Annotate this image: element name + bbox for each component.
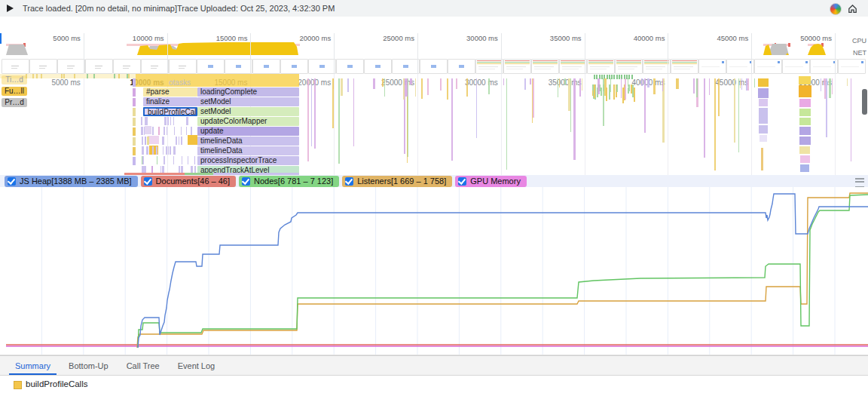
flame-event[interactable]: timelineData xyxy=(197,146,299,155)
tab-call-tree[interactable]: Call Tree xyxy=(118,356,169,375)
flame-event[interactable]: processInspectorTrace xyxy=(197,156,299,165)
flame-block[interactable] xyxy=(759,99,768,106)
screenshot-thumbnail[interactable] xyxy=(336,59,364,74)
screenshot-thumbnail[interactable] xyxy=(726,59,754,74)
flame-block[interactable] xyxy=(799,146,810,154)
screenshot-thumbnail[interactable] xyxy=(810,59,838,74)
overview-tick-label: 15000 ms xyxy=(194,34,247,42)
screenshot-thumbnail[interactable] xyxy=(2,59,29,74)
track-chip[interactable]: Ti…d xyxy=(2,75,27,84)
home-icon[interactable] xyxy=(847,3,858,14)
screenshot-thumbnail[interactable] xyxy=(838,59,866,74)
screenshot-thumbnail[interactable] xyxy=(29,59,57,74)
memory-legend-chip[interactable]: Documents[46 – 46] xyxy=(141,176,236,187)
screenshot-thumbnail[interactable] xyxy=(280,59,308,74)
decor xyxy=(701,66,720,67)
memory-legend-chip[interactable]: GPU Memory xyxy=(455,176,527,187)
flame-sliver xyxy=(625,78,626,100)
screenshot-thumbnail[interactable] xyxy=(671,59,698,74)
screenshot-thumbnail[interactable] xyxy=(531,59,559,74)
decor xyxy=(179,66,186,66)
flame-block[interactable] xyxy=(799,127,811,135)
screenshot-thumbnail[interactable] xyxy=(57,59,85,74)
flame-block[interactable] xyxy=(799,137,811,145)
screenshot-thumbnail[interactable] xyxy=(643,59,671,74)
screenshot-thumbnail[interactable] xyxy=(698,59,726,74)
flame-event[interactable]: finalize xyxy=(143,97,197,106)
flame-block[interactable] xyxy=(799,109,811,116)
legend-checkbox[interactable] xyxy=(242,177,250,186)
screenshot-thumbnail[interactable] xyxy=(559,59,587,74)
tab-summary[interactable]: Summary xyxy=(6,356,60,375)
flame-chart[interactable]: 5000 ms10000 ms15000 ms20000 ms25000 ms3… xyxy=(0,74,868,175)
screenshot-thumbnail[interactable] xyxy=(503,59,531,74)
screenshot-thumbnail[interactable] xyxy=(169,59,197,74)
flame-sliver xyxy=(382,78,384,87)
memory-legend-chip[interactable]: Listeners[1 669 – 1 758] xyxy=(342,176,452,187)
flame-event[interactable]: setModel xyxy=(197,107,299,116)
screenshot-thumbnail[interactable] xyxy=(308,59,336,74)
flame-event[interactable]: buildProfileCalls xyxy=(143,107,197,116)
flame-sliver xyxy=(194,156,195,164)
legend-checkbox[interactable] xyxy=(458,177,466,186)
legend-checkbox[interactable] xyxy=(8,177,16,186)
flame-tick-mark xyxy=(631,75,633,79)
flame-event[interactable]: setModel xyxy=(197,97,299,106)
flame-block[interactable] xyxy=(760,135,767,142)
flame-block[interactable] xyxy=(761,148,763,170)
screenshot-thumbnail[interactable] xyxy=(475,59,503,74)
screenshot-thumbnail[interactable] xyxy=(225,59,252,74)
flame-event[interactable]: update xyxy=(197,127,299,136)
flame-sliver xyxy=(179,137,179,145)
flame-sliver xyxy=(604,78,607,96)
flame-block[interactable] xyxy=(800,164,809,172)
flame-event[interactable]: timelineData xyxy=(197,137,299,146)
avatar[interactable] xyxy=(830,3,842,15)
screenshot-thumbnail[interactable] xyxy=(252,59,280,74)
flame-block[interactable] xyxy=(799,118,811,125)
play-icon[interactable] xyxy=(7,5,14,12)
flame-block[interactable] xyxy=(758,78,769,87)
flame-event[interactable]: updateColorMapper xyxy=(197,117,299,126)
legend-checkbox[interactable] xyxy=(345,177,353,186)
scrollbar-thumb[interactable] xyxy=(862,89,867,115)
screenshot-thumbnail[interactable] xyxy=(782,59,810,74)
tab-event-log[interactable]: Event Log xyxy=(169,356,225,375)
screenshot-thumbnail[interactable] xyxy=(113,59,141,74)
flame-block[interactable] xyxy=(759,125,768,134)
memory-chart[interactable] xyxy=(0,187,868,355)
flame-block[interactable] xyxy=(145,126,151,134)
flame-block[interactable] xyxy=(148,136,159,144)
flame-block[interactable] xyxy=(799,99,811,107)
memory-legend-chip[interactable]: Nodes[6 781 – 7 123] xyxy=(239,176,339,187)
flame-tick-mark xyxy=(607,75,608,79)
screenshot-thumbnail[interactable] xyxy=(587,59,615,74)
memory-legend-chip[interactable]: JS Heap[1388 MB – 2385 MB] xyxy=(5,176,138,187)
tab-bottom-up[interactable]: Bottom-Up xyxy=(60,356,118,375)
screenshot-thumbnail[interactable] xyxy=(754,59,782,74)
screenshot-thumbnail[interactable] xyxy=(364,59,392,74)
screenshot-thumbnail[interactable] xyxy=(392,59,420,74)
memory-graph-canvas[interactable] xyxy=(0,187,868,355)
flame-sliver xyxy=(601,88,602,96)
flame-sliver xyxy=(164,127,165,135)
screenshot-thumbnail[interactable] xyxy=(448,59,475,74)
flame-block[interactable] xyxy=(759,108,768,124)
flame-event[interactable]: #parse xyxy=(143,88,197,97)
flame-block[interactable] xyxy=(799,85,811,97)
legend-checkbox[interactable] xyxy=(144,177,152,186)
track-chip[interactable]: Fu…ll xyxy=(2,87,27,96)
flame-sliver xyxy=(164,117,167,125)
track-chip[interactable]: Pr…d xyxy=(2,98,27,107)
screenshot-thumbnail[interactable] xyxy=(85,59,113,74)
screenshot-thumbnail[interactable] xyxy=(615,59,643,74)
flame-block[interactable] xyxy=(799,76,811,84)
screenshot-thumbnail[interactable] xyxy=(420,59,448,74)
screenshot-thumbnail[interactable] xyxy=(197,59,225,74)
decor xyxy=(729,66,747,67)
flame-block[interactable] xyxy=(188,135,197,145)
flame-event[interactable]: loadingComplete xyxy=(197,88,299,97)
flame-block[interactable] xyxy=(800,155,810,163)
flame-block[interactable] xyxy=(758,88,769,98)
screenshot-thumbnail[interactable] xyxy=(141,59,169,74)
